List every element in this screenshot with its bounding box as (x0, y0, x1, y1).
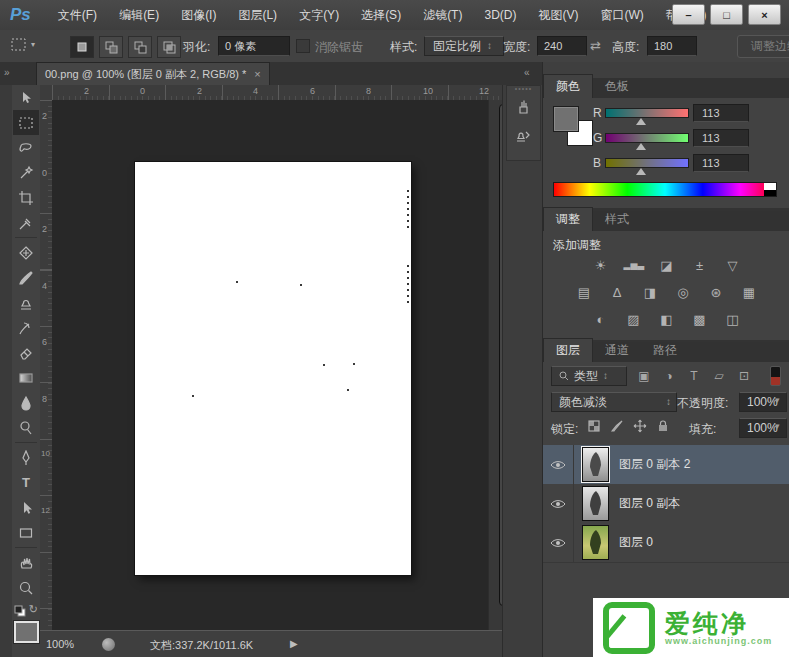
spot-healing-brush-tool-button[interactable] (13, 240, 39, 265)
brush-tool-button[interactable] (13, 265, 39, 290)
tab-swatches[interactable]: 色板 (593, 75, 641, 98)
move-tool-button[interactable] (13, 85, 39, 110)
menu-edit[interactable]: 编辑(E) (108, 0, 170, 30)
rectangular-marquee-tool-button[interactable] (13, 110, 39, 135)
exposure-icon[interactable]: ± (690, 257, 710, 274)
gradient-tool-button[interactable] (13, 365, 39, 390)
feather-input[interactable]: 0 像素 (218, 36, 290, 56)
tab-channels[interactable]: 通道 (593, 339, 641, 362)
add-to-selection-button[interactable] (99, 36, 123, 58)
new-selection-button[interactable] (70, 36, 94, 58)
status-options-arrow-icon[interactable]: ▶ (290, 638, 298, 649)
tool-preset-picker[interactable]: ▾ (10, 37, 35, 52)
vibrance-icon[interactable]: ▽ (723, 257, 743, 274)
expand-right-dock-icon[interactable]: « (524, 67, 529, 78)
spectrum-black-swatch[interactable] (764, 190, 776, 196)
refine-edge-button[interactable]: 调整边缘 (737, 35, 789, 58)
channel-g-value[interactable]: 113 (693, 129, 749, 147)
threshold-icon[interactable]: ◧ (657, 311, 677, 328)
layer-name[interactable]: 图层 0 副本 2 (619, 456, 690, 473)
menu-select[interactable]: 选择(S) (350, 0, 412, 30)
layer-filter-type-dropdown[interactable]: 类型 ↕ (551, 366, 627, 386)
layer-row[interactable]: 图层 0 副本 (543, 484, 789, 524)
close-button[interactable]: × (748, 4, 781, 25)
path-selection-tool-button[interactable] (13, 495, 39, 520)
fill-dropdown-icon[interactable]: ▾ (775, 421, 780, 431)
filter-adjustment-layers-icon[interactable]: ◑ (660, 369, 678, 383)
clone-source-panel-button[interactable] (507, 122, 538, 152)
document-canvas[interactable] (135, 162, 411, 575)
type-tool-button[interactable]: T (13, 470, 39, 495)
antialias-checkbox[interactable] (296, 39, 310, 53)
layer-row[interactable]: 图层 0 (543, 523, 789, 563)
filter-shape-layers-icon[interactable]: ▱ (710, 369, 728, 383)
layer-row[interactable]: 图层 0 副本 2 (543, 445, 789, 485)
brightness-contrast-icon[interactable]: ☀ (591, 257, 611, 274)
color-balance-icon[interactable]: Δ (607, 284, 627, 301)
layer-thumbnail[interactable] (582, 486, 609, 521)
collapse-left-dock-icon[interactable]: » (4, 67, 9, 78)
black-white-icon[interactable]: ◨ (640, 284, 660, 301)
color-spectrum-ramp[interactable] (553, 182, 777, 197)
document-tab[interactable]: 00.png @ 100% (图层 0 副本 2, RGB/8) * × (36, 62, 270, 85)
history-brush-tool-button[interactable] (13, 315, 39, 340)
layer-visibility-cell[interactable] (543, 523, 574, 562)
zoom-tool-button[interactable] (13, 575, 39, 600)
filter-type-layers-icon[interactable]: T (685, 369, 703, 383)
channel-r-slider[interactable] (605, 108, 689, 118)
opacity-dropdown-icon[interactable]: ▾ (775, 395, 780, 405)
subtract-from-selection-button[interactable] (128, 36, 152, 58)
menu-file[interactable]: 文件(F) (47, 0, 108, 30)
lock-transparency-icon[interactable] (587, 419, 601, 433)
layer-name[interactable]: 图层 0 副本 (619, 495, 680, 512)
photo-filter-icon[interactable]: ◎ (673, 284, 693, 301)
spectrum-white-swatch[interactable] (764, 183, 776, 190)
layer-visibility-cell[interactable] (543, 484, 574, 523)
layer-thumbnail[interactable] (582, 447, 609, 482)
layer-name[interactable]: 图层 0 (619, 534, 653, 551)
menu-layer[interactable]: 图层(L) (227, 0, 288, 30)
posterize-icon[interactable]: ▨ (624, 311, 644, 328)
tab-color[interactable]: 颜色 (543, 74, 593, 98)
intersect-selection-button[interactable] (157, 36, 181, 58)
channel-g-slider-thumb[interactable] (636, 143, 646, 150)
magic-wand-tool-button[interactable] (13, 160, 39, 185)
gradient-map-icon[interactable]: ▩ (690, 311, 710, 328)
color-lookup-icon[interactable]: ▦ (739, 284, 759, 301)
menu-image[interactable]: 图像(I) (170, 0, 227, 30)
invert-icon[interactable]: ◐ (591, 311, 611, 328)
selective-color-icon[interactable]: ◫ (723, 311, 743, 328)
clone-stamp-tool-button[interactable] (13, 290, 39, 315)
eraser-tool-button[interactable] (13, 340, 39, 365)
foreground-color-swatch[interactable] (553, 106, 579, 132)
menu-filter[interactable]: 滤镜(T) (412, 0, 473, 30)
hand-tool-button[interactable] (13, 550, 39, 575)
vertical-scrollbar[interactable] (488, 100, 502, 630)
height-input[interactable]: 180 (647, 36, 697, 56)
tab-layers[interactable]: 图层 (543, 338, 593, 362)
channel-mixer-icon[interactable]: ⊛ (706, 284, 726, 301)
dodge-tool-button[interactable] (13, 415, 39, 440)
lock-paint-icon[interactable] (610, 419, 624, 433)
menu-type[interactable]: 文字(Y) (288, 0, 350, 30)
curves-icon[interactable]: ◪ (657, 257, 677, 274)
channel-b-slider[interactable] (605, 158, 689, 168)
tab-adjustments[interactable]: 调整 (543, 207, 593, 231)
tab-styles[interactable]: 样式 (593, 208, 641, 231)
hue-saturation-icon[interactable]: ▤ (574, 284, 594, 301)
channel-g-slider[interactable] (605, 133, 689, 143)
layer-thumbnail[interactable] (582, 525, 609, 560)
foreground-color-swatch[interactable] (14, 621, 39, 643)
filter-smart-objects-icon[interactable]: ⊡ (735, 369, 753, 383)
tab-paths[interactable]: 路径 (641, 339, 689, 362)
menu-view[interactable]: 视图(V) (527, 0, 589, 30)
brush-panel-button[interactable] (507, 92, 538, 122)
lock-position-icon[interactable] (633, 419, 647, 433)
lock-all-icon[interactable] (656, 419, 670, 433)
zoom-level-field[interactable]: 100% (46, 638, 74, 650)
rectangle-tool-button[interactable] (13, 520, 39, 545)
menu-3d[interactable]: 3D(D) (473, 0, 527, 30)
style-dropdown[interactable]: 固定比例 ↕ (424, 36, 504, 56)
eyedropper-tool-button[interactable] (13, 210, 39, 235)
channel-r-value[interactable]: 113 (693, 104, 749, 122)
